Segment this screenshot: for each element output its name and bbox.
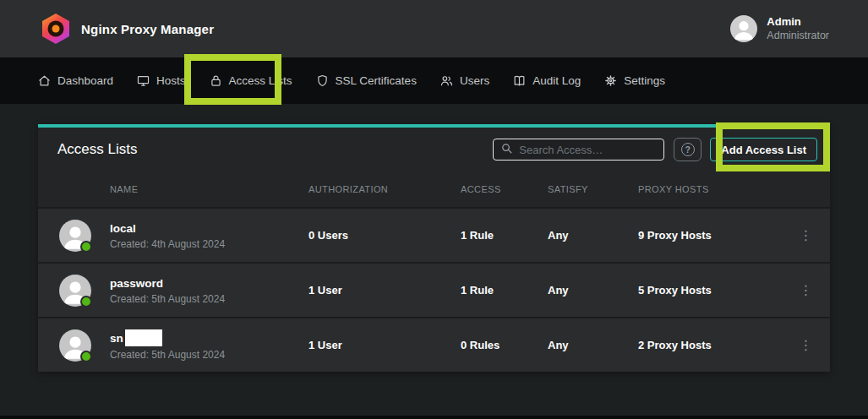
row-menu-icon[interactable]: ⋮: [782, 282, 830, 298]
status-dot: [80, 241, 92, 253]
access-list-name: sn: [110, 331, 123, 346]
shield-icon: [315, 73, 330, 88]
access-value: 1 Rule: [461, 229, 548, 242]
nav-label: Settings: [624, 74, 665, 87]
table-row[interactable]: password Created: 5th August 2024 1 User…: [38, 262, 830, 317]
satisfy-value: Any: [548, 339, 638, 351]
row-avatar: [59, 220, 91, 252]
nav-item-dashboard[interactable]: Dashboard: [37, 73, 113, 88]
satisfy-value: Any: [548, 284, 638, 297]
satisfy-value: Any: [548, 229, 638, 242]
created-date: Created: 4th August 2024: [110, 238, 225, 250]
row-menu-icon[interactable]: ⋮: [782, 337, 830, 353]
user-menu[interactable]: Admin Administrator: [730, 15, 829, 42]
proxy-hosts-value: 5 Proxy Hosts: [638, 284, 782, 297]
main-nav: Dashboard Hosts Access Lists SSL Certifi…: [0, 57, 868, 104]
table-column-headers: NAME AUTHORIZATION ACCESS SATISFY PROXY …: [38, 171, 830, 207]
access-list-name: local: [110, 221, 136, 236]
access-list-name: password: [110, 276, 163, 291]
user-role: Administrator: [767, 29, 829, 42]
row-avatar: [59, 329, 91, 362]
nav-label: Access Lists: [229, 74, 292, 87]
status-dot: [80, 351, 92, 362]
proxy-hosts-value: 2 Proxy Hosts: [638, 339, 782, 351]
row-avatar: [59, 275, 91, 307]
user-name: Admin: [767, 15, 829, 29]
nav-label: Dashboard: [57, 74, 113, 87]
book-icon: [512, 73, 527, 88]
col-header-proxy-hosts: PROXY HOSTS: [638, 184, 782, 194]
status-dot: [80, 296, 92, 307]
nav-label: Users: [460, 74, 489, 87]
authorization-value: 1 User: [308, 339, 461, 351]
help-button[interactable]: ?: [674, 138, 701, 161]
nav-item-ssl-certificates[interactable]: SSL Certificates: [315, 73, 417, 88]
table-row[interactable]: sn Created: 5th August 2024 1 User 0 Rul…: [38, 317, 830, 372]
access-lists-panel: Access Lists ? Add Access List NAME AUTH…: [38, 124, 830, 372]
search-icon: [500, 142, 513, 158]
nav-label: Audit Log: [532, 74, 581, 87]
access-value: 1 Rule: [461, 284, 548, 297]
created-date: Created: 5th August 2024: [110, 349, 225, 361]
help-icon: ?: [681, 143, 695, 156]
bottom-edge-strip: [0, 416, 868, 419]
authorization-value: 1 User: [308, 284, 461, 297]
app-header: Nginx Proxy Manager Admin Administrator: [0, 0, 868, 57]
nav-item-users[interactable]: Users: [439, 73, 489, 88]
users-icon: [439, 73, 454, 88]
nav-item-hosts[interactable]: Hosts: [136, 73, 186, 88]
app-title: Nginx Proxy Manager: [81, 22, 214, 36]
nav-item-access-lists[interactable]: Access Lists: [209, 73, 292, 88]
nav-label: Hosts: [156, 74, 186, 87]
gear-icon: [603, 73, 618, 88]
nav-item-audit-log[interactable]: Audit Log: [512, 73, 581, 88]
access-value: 0 Rules: [461, 339, 548, 351]
col-header-authorization: AUTHORIZATION: [308, 184, 461, 194]
created-date: Created: 5th August 2024: [110, 293, 225, 305]
authorization-value: 0 Users: [308, 229, 461, 242]
nav-item-settings[interactable]: Settings: [603, 73, 665, 88]
home-icon: [37, 73, 52, 88]
add-access-list-button[interactable]: Add Access List: [710, 138, 817, 161]
col-header-access: ACCESS: [461, 184, 548, 194]
search-input[interactable]: [519, 144, 657, 156]
search-box[interactable]: [493, 139, 664, 161]
lock-icon: [209, 73, 223, 88]
col-header-satisfy: SATISFY: [548, 184, 638, 194]
app-logo-icon: [42, 14, 69, 44]
panel-title: Access Lists: [57, 141, 137, 158]
proxy-hosts-value: 9 Proxy Hosts: [638, 229, 782, 242]
nav-label: SSL Certificates: [336, 74, 417, 87]
col-header-name: NAME: [38, 184, 308, 194]
row-menu-icon[interactable]: ⋮: [782, 227, 830, 243]
monitor-icon: [136, 73, 150, 88]
table-row[interactable]: local Created: 4th August 2024 0 Users 1…: [38, 207, 830, 262]
user-avatar: [730, 15, 757, 42]
redaction-box: [125, 329, 162, 346]
